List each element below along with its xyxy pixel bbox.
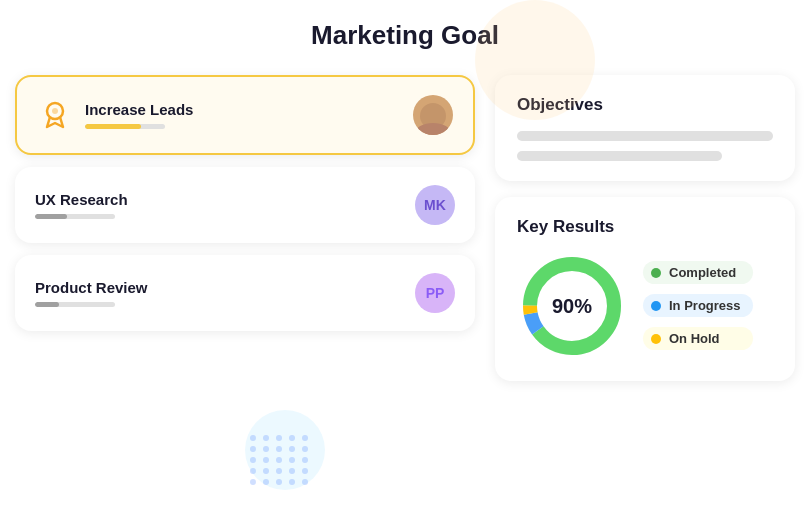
donut-label: 90% (552, 294, 592, 317)
avatar-product: PP (415, 273, 455, 313)
objectives-title: Objectives (517, 95, 773, 115)
card-left-increase-leads: Increase Leads (37, 97, 193, 133)
left-column: Increase Leads UX Research (15, 75, 475, 381)
card-increase-leads[interactable]: Increase Leads (15, 75, 475, 155)
card-bar-product (35, 302, 115, 307)
legend-label-in-progress: In Progress (669, 298, 741, 313)
card-item-ux: UX Research MK (35, 185, 455, 225)
donut-chart: 90% (517, 251, 627, 361)
card-title-increase-leads: Increase Leads (85, 101, 193, 118)
card-ux-research[interactable]: UX Research MK (15, 167, 475, 243)
card-product-review[interactable]: Product Review PP (15, 255, 475, 331)
legend: Completed In Progress On Hold (643, 261, 753, 350)
obj-bar-2 (517, 151, 722, 161)
obj-bar-1 (517, 131, 773, 141)
key-results-card: Key Results (495, 197, 795, 381)
card-bar-fill-increase-leads (85, 124, 141, 129)
card-left-product: Product Review (35, 279, 148, 307)
right-column: Objectives Key Results (495, 75, 795, 381)
avatar-increase-leads (413, 95, 453, 135)
objectives-card: Objectives (495, 75, 795, 181)
card-text-ux: UX Research (35, 191, 128, 219)
legend-label-on-hold: On Hold (669, 331, 720, 346)
award-icon (37, 97, 73, 133)
deco-dots (250, 435, 310, 485)
legend-in-progress: In Progress (643, 294, 753, 317)
card-item-increase-leads: Increase Leads (37, 95, 453, 135)
page-container: Marketing Goal In (15, 20, 795, 500)
legend-label-completed: Completed (669, 265, 736, 280)
page-title: Marketing Goal (311, 20, 499, 51)
card-bar-ux (35, 214, 115, 219)
avatar-ux: MK (415, 185, 455, 225)
card-bar-fill-product (35, 302, 59, 307)
card-bar-fill-ux (35, 214, 67, 219)
deco-circle-2 (245, 410, 325, 490)
main-layout: Increase Leads UX Research (15, 75, 795, 381)
legend-completed: Completed (643, 261, 753, 284)
legend-dot-completed (651, 268, 661, 278)
card-left-ux: UX Research (35, 191, 128, 219)
card-item-product: Product Review PP (35, 273, 455, 313)
card-text-increase-leads: Increase Leads (85, 101, 193, 129)
card-title-product: Product Review (35, 279, 148, 296)
legend-dot-on-hold (651, 334, 661, 344)
key-results-body: 90% Completed In Progress (517, 251, 773, 361)
card-title-ux: UX Research (35, 191, 128, 208)
card-bar-increase-leads (85, 124, 165, 129)
key-results-title: Key Results (517, 217, 773, 237)
legend-on-hold: On Hold (643, 327, 753, 350)
card-text-product: Product Review (35, 279, 148, 307)
svg-point-1 (52, 108, 58, 114)
legend-dot-in-progress (651, 301, 661, 311)
